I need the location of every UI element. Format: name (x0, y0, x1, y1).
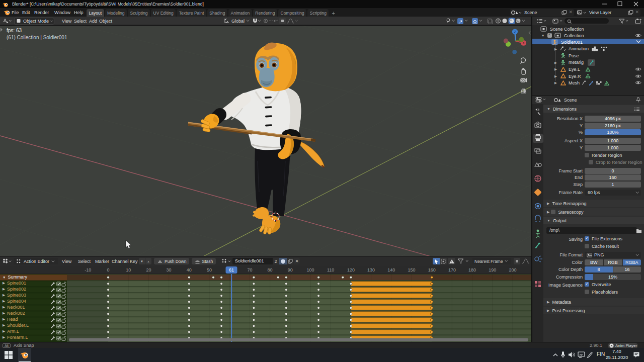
svg-text:30: 30 (167, 267, 172, 273)
svg-text:180: 180 (468, 267, 476, 273)
svg-text:20: 20 (146, 267, 151, 273)
svg-text:80: 80 (268, 267, 273, 273)
svg-text:10: 10 (126, 267, 131, 273)
svg-text:-10: -10 (85, 267, 91, 273)
svg-text:61: 61 (229, 267, 234, 273)
svg-text:170: 170 (448, 267, 456, 273)
svg-text:90: 90 (288, 267, 293, 273)
svg-text:130: 130 (367, 267, 375, 273)
svg-text:50: 50 (207, 267, 212, 273)
svg-text:190: 190 (489, 267, 496, 273)
svg-text:200: 200 (509, 267, 516, 273)
svg-text:70: 70 (247, 267, 252, 273)
svg-text:140: 140 (387, 267, 395, 273)
svg-text:100: 100 (306, 267, 314, 273)
svg-text:40: 40 (187, 267, 192, 273)
svg-text:0: 0 (107, 267, 109, 273)
svg-text:X: X (522, 41, 525, 45)
svg-text:110: 110 (327, 267, 334, 273)
svg-text:Z: Z (514, 30, 516, 34)
svg-text:150: 150 (408, 267, 415, 273)
svg-text:120: 120 (347, 267, 355, 273)
svg-text:160: 160 (428, 267, 436, 273)
